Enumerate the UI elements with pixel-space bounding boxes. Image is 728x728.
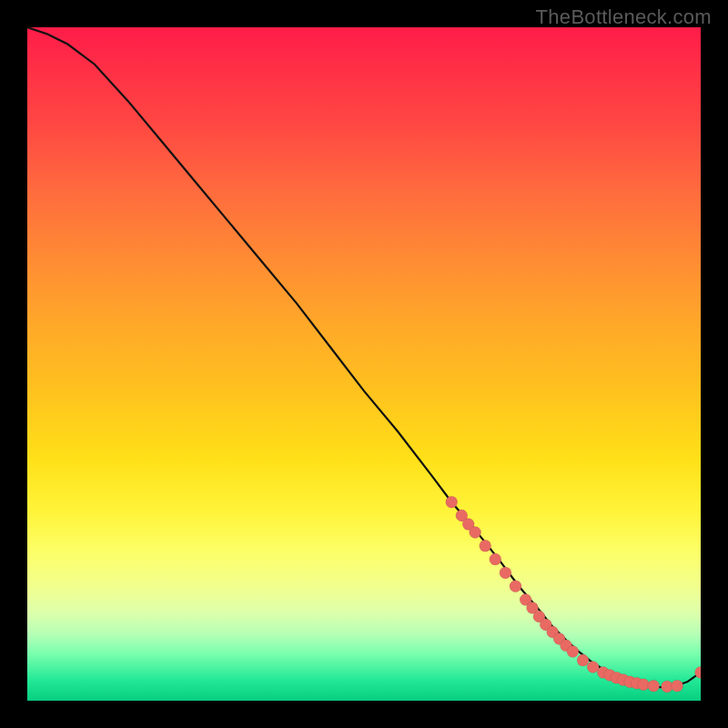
data-point: [490, 553, 501, 565]
bottleneck-curve-line: [27, 27, 701, 687]
data-point: [480, 540, 491, 551]
chart-svg: [27, 27, 701, 701]
data-point: [577, 654, 589, 666]
plot-area: [27, 27, 701, 701]
data-point: [567, 645, 579, 657]
watermark-text: TheBottleneck.com: [536, 5, 712, 29]
data-point: [510, 581, 521, 592]
data-point: [648, 680, 660, 692]
data-point: [470, 527, 481, 539]
data-point: [672, 680, 683, 692]
data-point: [500, 567, 511, 579]
data-points-group: [446, 496, 701, 693]
data-point: [446, 496, 458, 508]
